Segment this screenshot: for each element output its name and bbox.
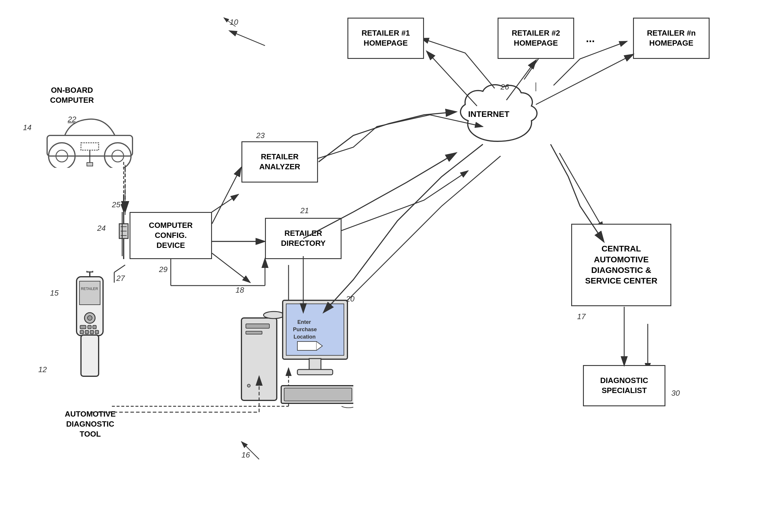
ref-30: 30 xyxy=(671,389,680,398)
svg-rect-53 xyxy=(297,342,317,350)
computer-config-box: COMPUTERCONFIG.DEVICE xyxy=(130,212,212,259)
diagnostic-specialist-box: DIAGNOSTICSPECIALIST xyxy=(583,365,665,406)
svg-rect-44 xyxy=(246,324,269,328)
ref-21: 21 xyxy=(300,206,309,215)
onboard-computer-label: ON-BOARDCOMPUTER xyxy=(50,85,94,105)
svg-text:RETAILER: RETAILER xyxy=(81,287,98,291)
ref-16: 16 xyxy=(241,450,250,460)
svg-line-68 xyxy=(114,265,125,272)
diagnostic-specialist-label: DIAGNOSTICSPECIALIST xyxy=(600,376,648,396)
svg-line-77 xyxy=(536,54,633,105)
svg-rect-37 xyxy=(85,330,89,334)
retailern-box: RETAILER #nHOMEPAGE xyxy=(633,18,710,59)
ref-27: 27 xyxy=(116,274,125,283)
retailer1-box: RETAILER #1HOMEPAGE xyxy=(347,18,424,59)
svg-point-32 xyxy=(87,316,92,320)
svg-rect-55 xyxy=(297,369,333,375)
retailer1-label: RETAILER #1HOMEPAGE xyxy=(362,28,410,48)
svg-point-47 xyxy=(247,384,250,387)
ref-23: 23 xyxy=(256,131,265,140)
ref-26: 26 xyxy=(501,82,509,92)
car-illustration xyxy=(29,109,141,168)
internet-label: INTERNET xyxy=(468,109,509,120)
automotive-diagnostic-tool-label: AUTOMOTIVEDIAGNOSTICTOOL xyxy=(65,409,116,439)
computer-config-label: COMPUTERCONFIG.DEVICE xyxy=(149,221,193,250)
svg-rect-38 xyxy=(90,330,94,334)
ref-15: 15 xyxy=(50,289,59,298)
retailer-directory-label: RETAILERDIRECTORY xyxy=(281,228,326,248)
diagnostic-tool-illustration: RETAILER xyxy=(65,271,115,403)
svg-rect-42 xyxy=(87,271,93,272)
ref-18: 18 xyxy=(236,286,244,295)
svg-line-81 xyxy=(230,31,265,46)
dots: ... xyxy=(586,32,595,45)
svg-rect-40 xyxy=(81,335,99,376)
ref-24: 24 xyxy=(97,224,106,233)
svg-point-45 xyxy=(264,311,284,319)
svg-rect-34 xyxy=(88,325,91,329)
svg-text:Purchase: Purchase xyxy=(293,327,317,332)
svg-rect-20 xyxy=(81,143,99,150)
retailer2-label: RETAILER #2HOMEPAGE xyxy=(512,28,560,48)
ref-10: 10 xyxy=(230,18,238,27)
svg-rect-43 xyxy=(241,318,277,400)
retailer-analyzer-label: RETAILERANALYZER xyxy=(259,152,300,172)
svg-text:Location: Location xyxy=(294,334,316,340)
retailern-label: RETAILER #nHOMEPAGE xyxy=(647,28,696,48)
svg-rect-22 xyxy=(87,163,93,166)
svg-point-17 xyxy=(105,143,131,168)
central-auto-box: CENTRALAUTOMOTIVEDIAGNOSTIC &SERVICE CEN… xyxy=(571,224,671,306)
svg-rect-39 xyxy=(95,330,99,334)
retailer2-box: RETAILER #2HOMEPAGE xyxy=(498,18,574,59)
central-auto-label: CENTRALAUTOMOTIVEDIAGNOSTIC &SERVICE CEN… xyxy=(585,243,657,286)
svg-rect-57 xyxy=(284,388,352,401)
svg-rect-54 xyxy=(309,359,321,370)
svg-line-13 xyxy=(212,253,250,283)
svg-text:Enter: Enter xyxy=(297,319,311,325)
svg-line-69 xyxy=(212,168,241,224)
ref-12: 12 xyxy=(38,365,47,374)
ref-17: 17 xyxy=(577,312,586,321)
svg-line-9 xyxy=(559,153,604,230)
ref-20: 20 xyxy=(346,294,354,304)
ref-14: 14 xyxy=(23,123,32,132)
svg-rect-29 xyxy=(79,281,100,305)
svg-rect-36 xyxy=(80,330,84,334)
ref-29: 29 xyxy=(159,265,168,274)
svg-rect-46 xyxy=(246,331,262,334)
svg-rect-33 xyxy=(80,325,86,329)
svg-point-15 xyxy=(49,143,75,168)
pc-illustration: Enter Purchase Location xyxy=(236,294,353,418)
retailer-directory-box: RETAILERDIRECTORY xyxy=(265,218,342,259)
retailer-analyzer-box: RETAILERANALYZER xyxy=(241,141,318,183)
svg-rect-35 xyxy=(93,325,96,329)
